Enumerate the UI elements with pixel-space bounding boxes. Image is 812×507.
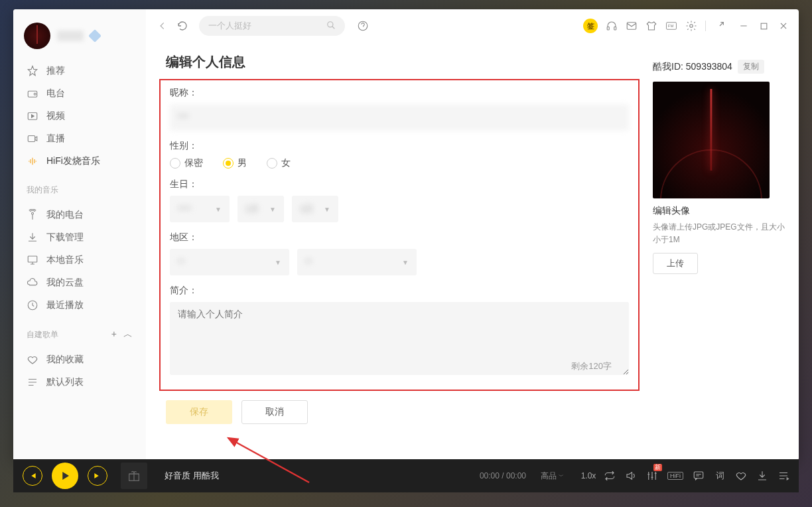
- close-icon[interactable]: [778, 20, 789, 32]
- main-area: 一个人挺好 签 FM: [146, 9, 799, 461]
- time-display: 00:00 / 00:00: [480, 471, 526, 480]
- nav-download[interactable]: 下载管理: [13, 226, 146, 249]
- add-playlist-icon[interactable]: +: [111, 328, 117, 340]
- video-icon: [27, 110, 38, 122]
- search-input[interactable]: 一个人挺好: [199, 16, 345, 36]
- gender-female-radio[interactable]: 女: [267, 157, 291, 169]
- city-select[interactable]: **▼: [297, 249, 417, 275]
- nav-live[interactable]: 直播: [13, 127, 146, 150]
- search-placeholder: 一个人挺好: [208, 20, 251, 32]
- quality-selector[interactable]: 高品﹀: [541, 471, 564, 482]
- prev-track-button[interactable]: [23, 466, 42, 486]
- chevron-down-icon: ▼: [269, 206, 276, 213]
- gift-icon[interactable]: [121, 463, 147, 489]
- province-select[interactable]: **▼: [170, 249, 289, 275]
- user-name: [57, 31, 84, 41]
- mini-mode-icon[interactable]: [714, 20, 726, 32]
- bio-label: 简介：: [170, 285, 629, 297]
- headphone-icon[interactable]: [606, 20, 618, 32]
- svg-rect-3: [28, 136, 35, 142]
- nav-hifi[interactable]: HiFi发烧音乐: [13, 150, 146, 173]
- svg-point-1: [34, 93, 36, 95]
- nav-radio[interactable]: 电台: [13, 82, 146, 105]
- sidebar: 推荐 电台 视频 直播 HiFi发烧音乐 我的音乐: [13, 9, 146, 461]
- chevron-down-icon: ▼: [402, 259, 409, 266]
- gender-male-radio[interactable]: 男: [223, 157, 247, 169]
- volume-icon[interactable]: [625, 470, 637, 482]
- nav-label: 直播: [46, 133, 65, 145]
- mail-icon[interactable]: [626, 20, 638, 32]
- birth-month-select[interactable]: 1月▼: [237, 196, 284, 222]
- nav-video[interactable]: 视频: [13, 105, 146, 127]
- chevron-down-icon: ▼: [324, 206, 330, 213]
- avatar-upload-desc: 头像请上传JPG或JPEG文件，且大小小于1M: [653, 221, 785, 246]
- refresh-icon[interactable]: [175, 19, 190, 33]
- svg-point-14: [690, 25, 693, 28]
- copy-id-button[interactable]: 复制: [738, 60, 764, 74]
- svg-rect-9: [607, 27, 609, 31]
- page-title: 编辑个人信息: [159, 53, 640, 71]
- next-track-button[interactable]: [88, 466, 107, 486]
- birth-day-select[interactable]: 1日▼: [292, 196, 338, 222]
- like-icon[interactable]: [735, 470, 747, 482]
- playlist-icon[interactable]: [778, 470, 789, 482]
- collapse-playlist-icon[interactable]: ︿: [123, 328, 133, 340]
- nav-recommend[interactable]: 推荐: [13, 60, 146, 82]
- play-button[interactable]: [52, 463, 78, 489]
- fm-icon[interactable]: FM: [665, 20, 677, 32]
- nav-label: 推荐: [46, 65, 65, 77]
- cloud-icon: [27, 277, 38, 289]
- speed-button[interactable]: 1.0x: [582, 470, 594, 482]
- track-title: 好音质 用酷我: [165, 470, 219, 482]
- user-avatar[interactable]: [24, 23, 50, 49]
- star-icon: [27, 65, 38, 77]
- search-icon[interactable]: [326, 21, 336, 32]
- birthday-label: 生日：: [170, 179, 629, 190]
- right-panel: 酷我ID: 509393804 复制 编辑头像 头像请上传JPG或JPEG文件，…: [653, 42, 785, 447]
- nav-discover: 推荐 电台 视频 直播 HiFi发烧音乐: [13, 54, 146, 178]
- nav-label: 我的电台: [46, 209, 84, 221]
- lyrics-button[interactable]: 词: [714, 470, 726, 482]
- nav-playlists: 我的收藏 默认列表: [13, 343, 146, 399]
- loop-icon[interactable]: [604, 470, 616, 482]
- save-button[interactable]: 保存: [166, 400, 232, 424]
- gear-icon[interactable]: [685, 20, 697, 32]
- minimize-icon[interactable]: [738, 20, 750, 32]
- nav-label: 我的收藏: [46, 354, 84, 366]
- birth-year-select[interactable]: ****▼: [170, 196, 230, 222]
- chevron-down-icon: ▼: [275, 259, 281, 266]
- nav-favorites[interactable]: 我的收藏: [13, 348, 146, 371]
- nav-back-icon[interactable]: [155, 19, 170, 33]
- svg-point-7: [328, 21, 333, 27]
- download-track-icon[interactable]: [756, 470, 768, 482]
- hifi-badge[interactable]: HiFi: [667, 472, 683, 480]
- svg-rect-11: [627, 23, 636, 30]
- comment-icon[interactable]: [693, 470, 705, 482]
- nav-local[interactable]: 本地音乐: [13, 249, 146, 271]
- nav-default-list[interactable]: 默认列表: [13, 371, 146, 394]
- nav-label: 视频: [46, 110, 65, 122]
- user-profile-row[interactable]: [13, 17, 146, 54]
- player-bar: 好音质 用酷我 00:00 / 00:00 高品﹀ 1.0x 新 HiFi 词: [13, 459, 799, 492]
- nav-recent[interactable]: 最近播放: [13, 294, 146, 317]
- vip-diamond-icon[interactable]: [88, 29, 102, 42]
- section-playlist-label: 自建歌单 + ︿: [13, 322, 146, 343]
- upload-avatar-button[interactable]: 上传: [653, 253, 698, 274]
- nav-label: 我的云盘: [46, 277, 84, 289]
- cancel-button[interactable]: 取消: [241, 400, 308, 424]
- nav-cloud[interactable]: 我的云盘: [13, 271, 146, 294]
- sign-in-badge[interactable]: 签: [583, 19, 598, 33]
- shirt-icon[interactable]: [645, 20, 657, 32]
- topbar-icons: 签 FM: [583, 19, 789, 33]
- listen-identify-icon[interactable]: [356, 19, 370, 33]
- highlight-box: 昵称： 性别： 保密 男 女 生日： ***: [159, 79, 640, 391]
- equalizer-icon[interactable]: 新: [646, 470, 658, 482]
- nickname-label: 昵称：: [170, 87, 629, 99]
- bio-textarea[interactable]: [170, 302, 629, 375]
- svg-rect-5: [28, 256, 37, 262]
- maximize-icon[interactable]: [758, 20, 770, 32]
- nickname-input[interactable]: [170, 104, 629, 131]
- nav-my-radio[interactable]: 我的电台: [13, 204, 146, 226]
- svg-text:FM: FM: [668, 24, 674, 28]
- gender-secret-radio[interactable]: 保密: [170, 157, 203, 169]
